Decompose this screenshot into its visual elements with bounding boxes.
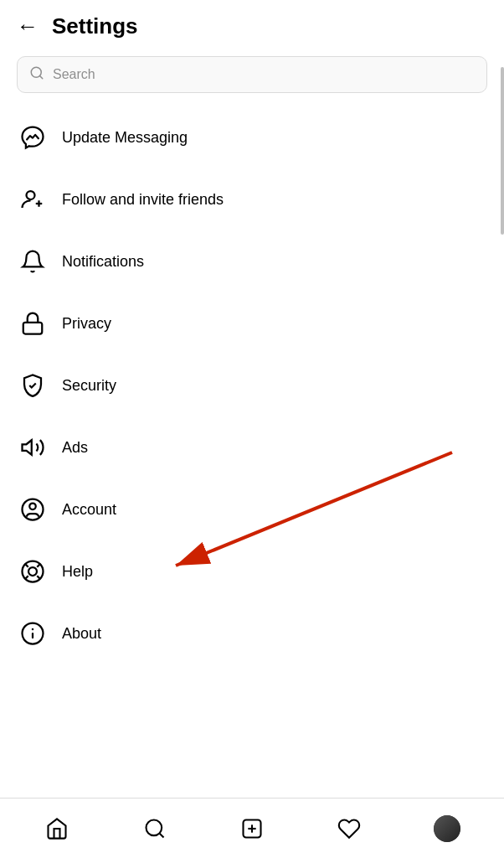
header: ← Settings	[0, 0, 504, 49]
menu-label-update-messaging: Update Messaging	[62, 129, 188, 147]
menu-item-help[interactable]: Help	[0, 540, 504, 602]
scrollbar[interactable]	[500, 0, 504, 858]
menu-label-follow-invite: Follow and invite friends	[62, 191, 224, 209]
menu-label-account: Account	[62, 501, 116, 519]
menu-label-notifications: Notifications	[62, 253, 144, 271]
page-title: Settings	[52, 13, 138, 39]
menu-item-update-messaging[interactable]: Update Messaging	[0, 106, 504, 168]
svg-point-9	[29, 504, 36, 510]
svg-point-11	[28, 567, 37, 576]
lifebuoy-icon	[17, 556, 49, 587]
lock-icon	[17, 308, 49, 339]
bottom-navigation	[0, 798, 504, 858]
svg-line-15	[37, 564, 40, 567]
bell-icon	[17, 246, 49, 277]
svg-point-21	[146, 819, 162, 835]
svg-line-14	[25, 576, 28, 579]
nav-search[interactable]	[134, 808, 176, 850]
svg-line-12	[25, 564, 28, 567]
svg-point-2	[27, 191, 35, 199]
add-icon	[240, 817, 264, 840]
svg-marker-6	[23, 440, 32, 455]
search-bar[interactable]: Search	[17, 56, 487, 93]
menu-item-account[interactable]: Account	[0, 478, 504, 540]
menu-item-security[interactable]: Security	[0, 354, 504, 416]
nav-profile[interactable]	[426, 808, 468, 850]
menu-label-security: Security	[62, 377, 116, 395]
menu-item-follow-invite[interactable]: Follow and invite friends	[0, 168, 504, 230]
menu-label-about: About	[62, 625, 101, 643]
menu-item-privacy[interactable]: Privacy	[0, 292, 504, 354]
scrollbar-thumb[interactable]	[501, 67, 504, 235]
megaphone-icon	[17, 432, 49, 463]
svg-rect-5	[23, 323, 43, 334]
messenger-icon	[17, 121, 49, 153]
shield-check-icon	[17, 370, 49, 401]
settings-menu: Update Messaging Follow and invite frien…	[0, 106, 504, 664]
add-person-icon	[17, 183, 49, 215]
svg-line-13	[37, 576, 40, 579]
menu-item-notifications[interactable]: Notifications	[0, 230, 504, 292]
menu-item-about[interactable]: About	[0, 602, 504, 664]
search-icon	[29, 65, 44, 84]
avatar	[434, 815, 460, 842]
home-icon	[45, 817, 69, 840]
menu-item-ads[interactable]: Ads	[0, 416, 504, 478]
nav-home[interactable]	[36, 808, 78, 850]
menu-label-help: Help	[62, 563, 93, 581]
menu-label-privacy: Privacy	[62, 315, 111, 333]
svg-line-1	[39, 75, 42, 78]
back-button[interactable]: ←	[17, 13, 39, 39]
search-nav-icon	[143, 817, 167, 840]
menu-label-ads: Ads	[62, 439, 88, 457]
person-circle-icon	[17, 494, 49, 525]
search-placeholder: Search	[53, 67, 95, 82]
heart-icon	[337, 817, 361, 840]
nav-activity[interactable]	[328, 808, 370, 850]
nav-add[interactable]	[231, 808, 273, 850]
svg-line-22	[159, 833, 163, 837]
info-circle-icon	[17, 618, 49, 649]
